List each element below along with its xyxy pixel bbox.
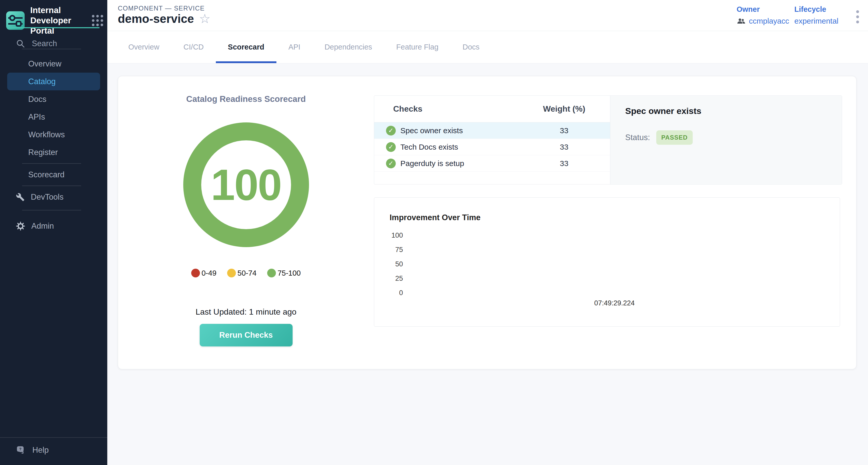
chart-y-axis: 100 75 50 25 0 <box>380 228 403 300</box>
scorecard-tab-content: Catalog Readiness Scorecard 100 0-49 50-… <box>107 63 868 465</box>
tab-scorecard[interactable]: Scorecard <box>216 31 276 63</box>
score-value: 100 <box>211 160 281 210</box>
sidebar-divider <box>22 186 81 186</box>
legend-dot-yellow <box>227 269 236 277</box>
sidebar-divider <box>22 163 81 164</box>
score-donut: 100 <box>183 122 309 247</box>
sidebar-item-devtools[interactable]: DevTools <box>0 188 107 206</box>
tab-api[interactable]: API <box>276 31 313 63</box>
portal-title: Internal Developer Portal <box>30 5 84 36</box>
lifecycle-label: Lifecycle <box>794 5 838 13</box>
sidebar-item-overview[interactable]: Overview <box>0 55 107 73</box>
breadcrumb: COMPONENT — SERVICE <box>118 5 205 12</box>
check-passed-icon <box>386 142 396 152</box>
scorecard-card: Catalog Readiness Scorecard 100 0-49 50-… <box>118 76 857 369</box>
legend-item-low: 0-49 <box>191 269 216 277</box>
favorite-star-icon[interactable] <box>199 12 211 25</box>
check-detail-panel: Spec owner exists Status: PASSED <box>610 96 842 184</box>
sidebar-item-workflows[interactable]: Workflows <box>0 126 107 144</box>
wrench-icon <box>16 193 25 202</box>
sidebar-divider <box>0 437 107 438</box>
chart-x-tick: 07:49:29.224 <box>594 299 635 307</box>
tab-overview[interactable]: Overview <box>116 31 172 63</box>
sidebar-item-apis[interactable]: APIs <box>0 108 107 126</box>
accent-divider <box>7 27 100 28</box>
improvement-chart: Improvement Over Time 100 75 50 25 0 07:… <box>374 197 840 327</box>
sidebar-item-admin[interactable]: Admin <box>0 217 107 235</box>
tab-docs[interactable]: Docs <box>451 31 492 63</box>
svg-text:?: ? <box>19 447 21 451</box>
sidebar-header: Internal Developer Portal <box>6 5 103 36</box>
owner-label: Owner <box>737 5 789 13</box>
entity-header: COMPONENT — SERVICE demo-service Owner <box>107 0 868 31</box>
help-icon: ? <box>16 445 26 455</box>
more-options-icon[interactable] <box>855 9 861 25</box>
lifecycle-meta: Lifecycle experimental <box>794 5 838 25</box>
sidebar-search[interactable]: Search <box>0 37 107 50</box>
tab-feature-flag[interactable]: Feature Flag <box>384 31 451 63</box>
tab-dependencies[interactable]: Dependencies <box>312 31 384 63</box>
check-row-pagerduty[interactable]: Pagerduty is setup 33 <box>374 155 610 172</box>
sidebar-footer: ? Help <box>0 437 107 459</box>
checks-header: Checks <box>393 104 535 114</box>
owner-value[interactable]: ccmplayacc <box>737 17 789 25</box>
check-detail-title: Spec owner exists <box>625 106 842 116</box>
checks-table-header: Checks Weight (%) <box>374 96 610 122</box>
legend-item-mid: 50-74 <box>227 269 256 277</box>
tab-cicd[interactable]: CI/CD <box>172 31 216 63</box>
sidebar-divider <box>22 210 81 211</box>
check-row-tech-docs[interactable]: Tech Docs exists 33 <box>374 139 610 155</box>
entity-tabs: Overview CI/CD Scorecard API Dependencie… <box>107 31 868 63</box>
search-label: Search <box>32 39 57 48</box>
last-updated: Last Updated: 1 minute ago <box>118 307 374 317</box>
chart-title: Improvement Over Time <box>390 213 480 222</box>
rerun-checks-button[interactable]: Rerun Checks <box>200 324 292 346</box>
sidebar-admin-section: Admin <box>0 210 107 235</box>
sidebar-nav: Overview Catalog Docs APIs Workflows Reg… <box>0 55 107 206</box>
status-label: Status: <box>625 133 650 142</box>
search-icon <box>16 39 25 48</box>
sidebar-item-help[interactable]: ? Help <box>0 441 107 459</box>
lifecycle-value[interactable]: experimental <box>794 17 838 25</box>
check-passed-icon <box>386 126 396 135</box>
check-passed-icon <box>386 159 396 168</box>
sidebar-item-register[interactable]: Register <box>0 144 107 161</box>
check-row-spec-owner[interactable]: Spec owner exists 33 <box>374 122 610 139</box>
main-area: COMPONENT — SERVICE demo-service Owner <box>107 0 868 465</box>
gear-icon <box>16 221 25 231</box>
page-title: demo-service <box>118 12 194 26</box>
status-badge: PASSED <box>656 130 693 145</box>
sidebar-item-catalog[interactable]: Catalog <box>7 73 100 90</box>
sidebar-item-docs[interactable]: Docs <box>0 90 107 108</box>
app-root: Internal Developer Portal Search Overvie… <box>0 0 868 465</box>
weight-header: Weight (%) <box>535 104 594 114</box>
sidebar-item-scorecard[interactable]: Scorecard <box>0 166 107 184</box>
scorecard-title: Catalog Readiness Scorecard <box>118 94 374 104</box>
legend-dot-green <box>267 269 276 277</box>
checks-table: Checks Weight (%) Spec owner exists 33 T… <box>374 96 610 184</box>
score-column: Catalog Readiness Scorecard 100 0-49 50-… <box>118 76 374 369</box>
apps-grid-icon[interactable] <box>92 15 103 26</box>
score-legend: 0-49 50-74 75-100 <box>191 269 301 277</box>
sidebar: Internal Developer Portal Search Overvie… <box>0 0 107 465</box>
owner-meta: Owner ccmplayacc <box>737 5 789 25</box>
people-icon <box>737 18 746 25</box>
sidebar-divider <box>22 49 81 49</box>
legend-item-high: 75-100 <box>267 269 301 277</box>
checks-panels: Checks Weight (%) Spec owner exists 33 T… <box>374 95 842 185</box>
legend-dot-red <box>191 269 200 277</box>
